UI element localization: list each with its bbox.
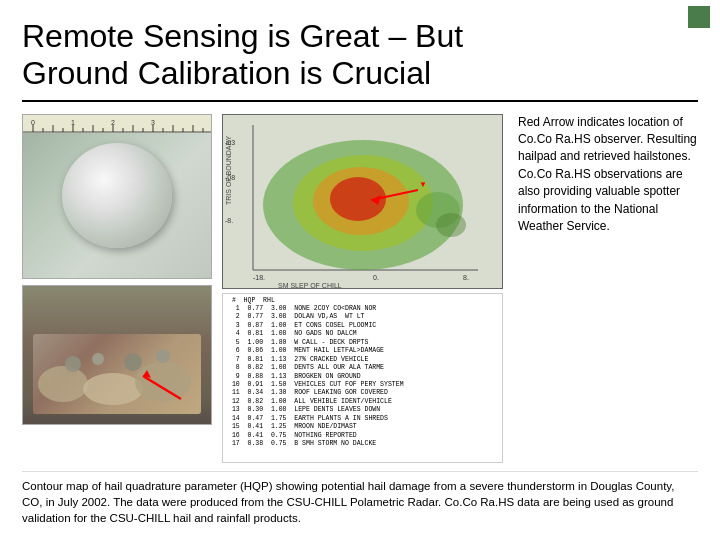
svg-point-29 (124, 353, 142, 371)
ground-background (23, 286, 211, 424)
svg-point-26 (135, 362, 191, 402)
footer-caption-text: Contour map of hail quadrature parameter… (22, 480, 674, 524)
radar-map-content: -03 -08 -8. -18. 0. 8. SM SLEP OF CHILL … (223, 115, 502, 288)
left-images: 0 1 2 3 (22, 114, 212, 463)
hailstone-ball (62, 143, 172, 248)
data-table-content: # HQP RHL 1 0.77 3.00 NONE 2COY CO<DRAN … (228, 297, 497, 449)
svg-text:-8.: -8. (225, 217, 233, 224)
content-area: 0 1 2 3 (22, 114, 698, 463)
svg-text:0.: 0. (373, 274, 379, 281)
svg-point-52 (436, 213, 466, 237)
svg-text:SM SLEP OF CHILL: SM SLEP OF CHILL (278, 282, 342, 289)
data-table: # HQP RHL 1 0.77 3.00 NONE 2COY CO<DRAN … (222, 293, 503, 463)
svg-text:3: 3 (151, 119, 155, 126)
svg-point-30 (156, 349, 170, 363)
slide-title: Remote Sensing is Great – But Ground Cal… (22, 18, 698, 92)
svg-text:-18.: -18. (253, 274, 265, 281)
svg-text:8.: 8. (463, 274, 469, 281)
slide-number (688, 6, 710, 28)
svg-point-28 (92, 353, 104, 365)
svg-point-27 (65, 356, 81, 372)
center-map: -03 -08 -8. -18. 0. 8. SM SLEP OF CHILL … (222, 114, 503, 463)
svg-text:2: 2 (111, 119, 115, 126)
footer-caption: Contour map of hail quadrature parameter… (22, 471, 698, 526)
svg-point-25 (83, 373, 143, 405)
svg-point-24 (38, 366, 88, 402)
right-annotation: Red Arrow indicates location of Co.Co Ra… (513, 114, 698, 463)
svg-text:▼: ▼ (419, 180, 427, 189)
radar-map: -03 -08 -8. -18. 0. 8. SM SLEP OF CHILL … (222, 114, 503, 289)
title-line2: Ground Calibration is Crucial (22, 55, 431, 91)
slide-container: Remote Sensing is Great – But Ground Cal… (0, 0, 720, 540)
svg-text:TRIS OF BOUNDARY: TRIS OF BOUNDARY (225, 135, 232, 204)
svg-rect-0 (23, 115, 212, 133)
title-line1: Remote Sensing is Great – But (22, 18, 463, 54)
ground-detail (33, 334, 201, 414)
title-section: Remote Sensing is Great – But Ground Cal… (22, 18, 698, 102)
ruler: 0 1 2 3 (23, 115, 211, 133)
ground-items-photo (22, 285, 212, 425)
hailstone-photo: 0 1 2 3 (22, 114, 212, 279)
right-annotation-text: Red Arrow indicates location of Co.Co Ra… (518, 115, 697, 233)
svg-text:1: 1 (71, 119, 75, 126)
svg-text:0: 0 (31, 119, 35, 126)
hailstone-background: 0 1 2 3 (23, 115, 211, 278)
